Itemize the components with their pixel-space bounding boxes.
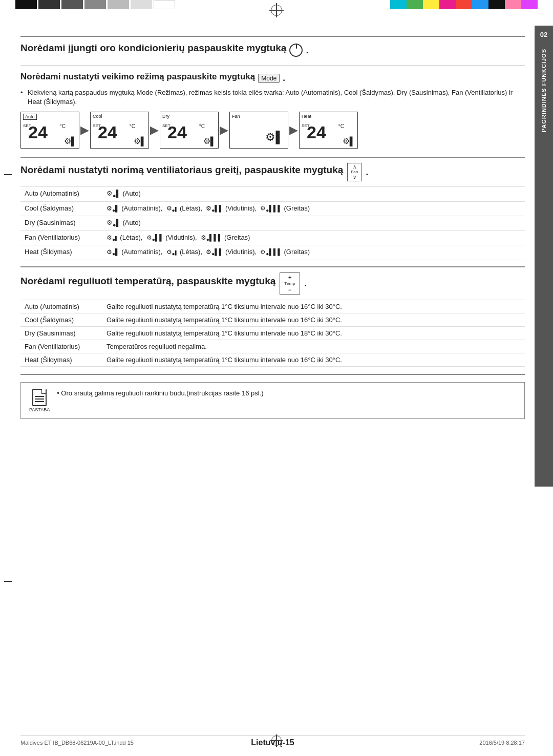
mode-label-fan: Fan: [232, 114, 240, 119]
divider-3: [20, 266, 525, 267]
temp-row-cool: Cool (Šaldymas) Galite reguliuoti nustat…: [20, 313, 525, 326]
temp-button[interactable]: + Temp −: [280, 272, 300, 295]
temp-heading: Norėdami reguliuoti temperatūrą, paspaus…: [20, 275, 275, 288]
note-icon-area: PASTABA: [29, 389, 50, 412]
color-bar-purple: [521, 0, 538, 9]
fan-dot: .: [366, 166, 368, 178]
fan-mode-cool: Cool (Šaldymas): [20, 202, 102, 216]
footer-date: 2016/5/19 8:28:17: [479, 740, 525, 746]
fan-heading: Norėdami nustatyti norimą ventiliatoriau…: [20, 164, 343, 177]
black-bar-5: [108, 0, 129, 9]
mode-button[interactable]: Mode: [258, 74, 280, 83]
fan-button[interactable]: ∧ Fan ∨: [347, 163, 361, 181]
temp-desc-dry: Galite reguliuoti nustatytą temperatūrą …: [102, 326, 525, 340]
color-bar-black: [488, 0, 505, 9]
chevron-down-icon: ∨: [353, 175, 356, 180]
main-content: Norėdami įjungti oro kondicionierių pasp…: [20, 31, 525, 725]
black-bar-4: [84, 0, 106, 9]
arrow-3: ▶: [220, 123, 228, 137]
color-bar-red: [456, 0, 472, 9]
black-bar-1: [15, 0, 37, 9]
temp-desc-heat: Galite reguliuoti nustatytą temperatūrą …: [102, 353, 525, 366]
black-bar-7: [154, 0, 175, 9]
black-bar-2: [38, 0, 60, 9]
fan-row-dry: Dry (Sausinimas) ⚙●▌ (Auto): [20, 216, 525, 231]
mode-unit-auto: °C: [60, 123, 66, 129]
mode-box-heat: Heat SET 24 °C ⚙▌: [299, 112, 358, 149]
arrow-2: ▶: [150, 123, 159, 137]
temp-row-auto: Auto (Automatinis) Galite reguliuoti nus…: [20, 300, 525, 313]
temp-dot: .: [304, 278, 307, 289]
temp-btn-label: Temp: [284, 281, 295, 286]
mode-box-auto: Auto SET 24 °C ⚙▌: [20, 112, 79, 149]
bottom-crosshair: [270, 734, 283, 747]
mode-fan-auto: ⚙▌: [64, 136, 77, 146]
footer-filename: Maldives ET IB_DB68-06219A-00_LT.indd 15: [20, 740, 134, 746]
mode-label-heat: Heat: [302, 114, 311, 119]
fan-speeds-heat: ⚙●▌ (Automatinis), ⚙●▌ (Lėtas), ⚙●▌▌ (Vi…: [102, 245, 525, 260]
divider-2: [20, 157, 525, 158]
temp-desc-auto: Galite reguliuoti nustatytą temperatūrą …: [102, 300, 525, 313]
mode-label-auto: Auto: [23, 114, 37, 120]
color-bar-blue: [472, 0, 488, 9]
mode-temp-dry: 24: [167, 122, 187, 142]
document-icon: [32, 389, 47, 406]
temp-row-dry: Dry (Sausinimas) Galite reguliuoti nusta…: [20, 326, 525, 340]
temp-mode-fan: Fan (Ventiliatorius): [20, 340, 102, 353]
color-bar-yellow: [423, 0, 439, 9]
divider-4: [20, 374, 525, 375]
fan-row-heat: Heat (Šildymas) ⚙●▌ (Automatinis), ⚙●▌ (…: [20, 245, 525, 260]
mode-dot: .: [283, 73, 285, 83]
top-divider: [20, 36, 525, 37]
mode-fan-fan: ⚙▌: [265, 131, 284, 144]
mode-heading: Norėdami nustatyti veikimo režimą paspau…: [20, 72, 255, 82]
right-sidebar: 02 PAGRINDINĖS FUNKCIJOS: [535, 26, 553, 487]
left-reg-mark: [4, 174, 12, 175]
temp-desc-fan: Temperatūros reguliuoti negalima.: [102, 340, 525, 353]
fan-row-auto: Auto (Automatinis) ⚙●▌ (Auto): [20, 187, 525, 202]
mode-bullet: Kiekvieną kartą paspaudus mygtuką Mode (…: [20, 88, 525, 107]
color-bar-magenta: [439, 0, 456, 9]
fan-mode-fan: Fan (Ventiliatorius): [20, 231, 102, 245]
temp-table: Auto (Automatinis) Galite reguliuoti nus…: [20, 300, 525, 367]
left-reg-mark-2: [4, 581, 12, 582]
temp-mode-heat: Heat (Šildymas): [20, 353, 102, 366]
fan-mode-heat: Heat (Šildymas): [20, 245, 102, 260]
mode-label-dry: Dry: [162, 114, 169, 119]
mode-fan-cool: ⚙▌: [134, 136, 146, 146]
temp-mode-auto: Auto (Automatinis): [20, 300, 102, 313]
divider-1: [20, 65, 525, 66]
color-bar-green: [407, 0, 423, 9]
note-text: Oro srautą galima reguliuoti rankiniu bū…: [61, 389, 263, 397]
fan-speeds-auto: ⚙●▌ (Auto): [102, 187, 525, 202]
fan-row-cool: Cool (Šaldymas) ⚙●▌ (Automatinis), ⚙●▌ (…: [20, 202, 525, 216]
note-box: PASTABA • Oro srautą galima reguliuoti r…: [20, 382, 525, 419]
chevron-up-icon: ∧: [353, 164, 356, 170]
mode-fan-heat: ⚙▌: [343, 136, 355, 146]
temp-mode-dry: Dry (Sausinimas): [20, 326, 102, 340]
fan-mode-auto: Auto (Automatinis): [20, 187, 102, 202]
top-crosshair: [269, 3, 284, 17]
power-icon: [289, 44, 303, 57]
black-bar-6: [131, 0, 152, 9]
fan-row-fan: Fan (Ventiliatorius) ⚙●▌ (Lėtas), ⚙●▌▌ (…: [20, 231, 525, 245]
minus-icon: −: [288, 287, 291, 293]
power-heading: Norėdami įjungti oro kondicionierių pasp…: [20, 42, 286, 55]
mode-displays: Auto SET 24 °C ⚙▌ ▶ Cool SET 24 °C ⚙▌ ▶ …: [20, 112, 525, 149]
mode-temp-heat: 24: [307, 122, 326, 142]
mode-unit-cool: °C: [130, 123, 135, 129]
note-label: PASTABA: [29, 407, 50, 412]
fan-speed-table: Auto (Automatinis) ⚙●▌ (Auto) Cool (Šald…: [20, 186, 525, 260]
black-bar-3: [61, 0, 83, 9]
plus-icon: +: [288, 274, 291, 280]
color-bar-cyan: [390, 0, 407, 9]
mode-box-cool: Cool SET 24 °C ⚙▌: [90, 112, 149, 149]
chapter-label: PAGRINDINĖS FUNKCIJOS: [541, 49, 547, 132]
mode-temp-cool: 24: [98, 122, 117, 142]
power-dot: .: [306, 45, 308, 56]
mode-unit-dry: °C: [199, 123, 205, 129]
mode-box-dry: Dry SET 24 °C ⚙▌: [160, 112, 219, 149]
arrow-1: ▶: [80, 123, 89, 137]
temp-mode-cool: Cool (Šaldymas): [20, 313, 102, 326]
arrow-4: ▶: [289, 123, 298, 137]
